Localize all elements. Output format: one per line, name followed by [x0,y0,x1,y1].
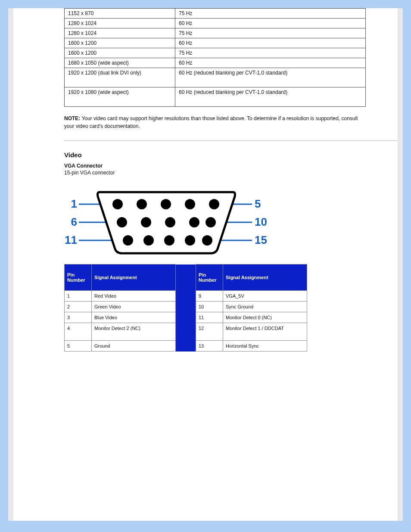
cell-sig: Green Video [92,302,176,312]
section-divider [64,140,400,141]
table-row: 2 Green Video 10 Sync Ground [65,302,307,312]
cell-hz: 60 Hz [175,38,366,48]
cell-res: 1280 x 1024 [65,19,175,28]
table-row: 1920 x 1200 (dual link DVI only)60 Hz (r… [65,68,366,87]
table-row: 1152 x 87075 Hz [65,9,366,19]
left-gutter [8,8,13,521]
cell-pin: 10 [196,302,223,312]
svg-point-20 [202,235,212,246]
th-pin-right: Pin Number [196,264,223,291]
pin-label-11: 11 [65,233,77,246]
sub-text: 15-pin VGA connector [64,170,398,176]
svg-point-8 [161,199,171,209]
cell-pin: 3 [65,312,92,323]
cell-spacer [176,341,196,352]
cell-pin: 5 [65,341,92,352]
pin-label-1: 1 [71,197,77,210]
cell-pin: 2 [65,302,92,312]
cell-res: 1152 x 870 [65,9,175,19]
table-row: 1600 x 120075 Hz [65,48,366,58]
cell-pin: 11 [196,312,223,323]
cell-sig: Blue Video [92,312,176,323]
cell-sig: Monitor Detect 1 / DDCDAT [223,323,307,341]
svg-point-11 [117,217,127,227]
cell-pin: 9 [196,291,223,302]
note-label: NOTE: [64,115,80,121]
cell-sig: Monitor Detect 2 (NC) [92,323,176,341]
cell-pin: 4 [65,323,92,341]
cell-res: 1280 x 1024 [65,28,175,38]
th-sig-left: Signal Assignment [92,264,176,291]
pin-label-6: 6 [71,215,77,228]
cell-sig: Monitor Detect 0 (NC) [223,312,307,323]
cell-res: 1600 x 1200 [65,38,175,48]
cell-spacer [176,302,196,312]
cell-sig: Ground [92,341,176,352]
cell-res: 1600 x 1200 [65,48,175,58]
svg-point-14 [189,217,199,227]
cell-hz: 75 Hz [175,48,366,58]
cell-sig: Red Video [92,291,176,302]
cell-pin: 1 [65,291,92,302]
table-row: 1920 x 1080 (wide aspect)60 Hz (reduced … [65,87,366,107]
cell-hz: 60 Hz [175,58,366,68]
cell-hz: 75 Hz [175,9,366,19]
sub-title: VGA Connector [64,163,398,169]
right-gutter [398,8,403,521]
cell-spacer [176,312,196,323]
cell-hz: 60 Hz (reduced blanking per CVT-1.0 stan… [175,87,366,107]
svg-point-13 [165,217,175,227]
th-sig-right: Signal Assignment [223,264,307,291]
vga-connector-diagram: 1 6 11 5 10 15 [64,184,398,258]
section-title: Video [64,151,398,159]
table-row: 4 Monitor Detect 2 (NC) 12 Monitor Detec… [65,323,307,341]
page-frame: 1152 x 87075 Hz 1280 x 102460 Hz 1280 x … [8,8,403,521]
cell-res: 1920 x 1200 (dual link DVI only) [65,68,175,87]
pin-table-wrap: Pin Number Signal Assignment Pin Number … [64,264,398,352]
cell-pin: 12 [196,323,223,341]
pin-table-header: Pin Number Signal Assignment Pin Number … [65,264,307,291]
cell-hz: 75 Hz [175,28,366,38]
pin-label-15: 15 [255,233,267,246]
table-row: 5 Ground 13 Horizontal Sync [65,341,307,352]
pin-table: Pin Number Signal Assignment Pin Number … [64,264,307,352]
svg-point-18 [164,235,174,246]
cell-sig: Horizontal Sync [223,341,307,352]
cell-spacer [176,291,196,302]
cell-sig: VGA_5V [223,291,307,302]
svg-point-15 [206,217,216,227]
note-block: NOTE: Your video card may support higher… [64,115,366,130]
table-row: 1280 x 102475 Hz [65,28,366,38]
table-row: 3 Blue Video 11 Monitor Detect 0 (NC) [65,312,307,323]
table-row: 1680 x 1050 (wide aspect)60 Hz [65,58,366,68]
table-row: 1 Red Video 9 VGA_5V [65,291,307,302]
svg-point-17 [143,235,154,246]
cell-res: 1680 x 1050 (wide aspect) [65,58,175,68]
svg-point-12 [141,217,151,227]
note-text: Your video card may support higher resol… [64,115,358,129]
svg-point-16 [123,235,133,246]
cell-hz: 60 Hz [175,19,366,28]
pin-label-5: 5 [255,197,261,210]
cell-sig: Sync Ground [223,302,307,312]
page-content: 1152 x 87075 Hz 1280 x 102460 Hz 1280 x … [13,8,398,352]
cell-hz: 60 Hz (reduced blanking per CVT-1.0 stan… [175,68,366,87]
th-spacer [176,264,196,291]
table-row: 1280 x 102460 Hz [65,19,366,28]
svg-point-10 [209,199,219,209]
svg-point-6 [112,199,123,209]
svg-point-9 [185,199,195,209]
cell-res: 1920 x 1080 (wide aspect) [65,87,175,107]
table-row: 1600 x 120060 Hz [65,38,366,48]
vga-connector-icon: 1 6 11 5 10 15 [64,184,271,257]
cell-spacer [176,323,196,341]
pin-label-10: 10 [255,215,267,228]
resolution-table: 1152 x 87075 Hz 1280 x 102460 Hz 1280 x … [64,8,366,107]
th-pin-left: Pin Number [65,264,92,291]
svg-point-7 [137,199,147,209]
svg-point-19 [185,235,195,246]
cell-pin: 13 [196,341,223,352]
